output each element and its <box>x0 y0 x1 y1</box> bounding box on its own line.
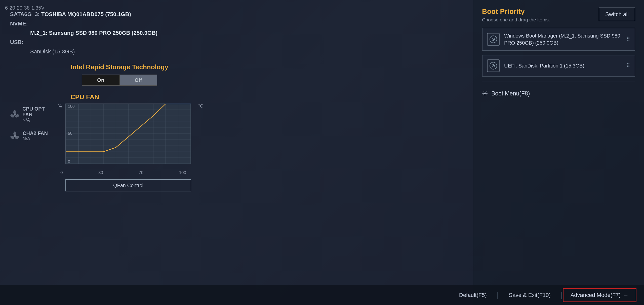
rst-off-button[interactable]: Off <box>119 75 157 86</box>
cpu-opt-fan-icon <box>10 110 19 119</box>
boot-item-1-text: Windows Boot Manager (M.2_1: Samsung SSD… <box>504 32 622 46</box>
cpu-opt-fan-item: CPU OPT FAN N/A <box>10 106 55 123</box>
usb-value-line: SanDisk (15.3GB) <box>10 47 229 56</box>
separator-2: | <box>561 291 563 299</box>
cha2-fan-icon <box>10 131 20 141</box>
nvme-value-line: M.2_1: Samsung SSD 980 PRO 250GB (250.0G… <box>10 29 229 37</box>
boot-item-1-icon <box>487 33 500 46</box>
usb-line: USB: <box>10 38 229 46</box>
bottom-bar: Default(F5) | Save & Exit(F10) | Advance… <box>0 285 644 305</box>
save-exit-button[interactable]: Save & Exit(F10) <box>499 292 561 298</box>
fan-labels: CPU OPT FAN N/A CHA2 FAN <box>10 104 60 149</box>
storage-info: SATA6G_3: TOSHIBA MQ01ABD075 (750.1GB) N… <box>10 10 229 56</box>
intel-rst-title: Intel Rapid Storage Technology <box>10 63 229 71</box>
default-button[interactable]: Default(F5) <box>449 292 497 298</box>
boot-priority-info: Boot Priority Choose one and drag the it… <box>482 8 550 23</box>
cpu-fan-chart: % °C <box>65 104 196 169</box>
snowflake-icon: ✳ <box>482 89 488 98</box>
boot-item-2-icon <box>487 59 500 72</box>
boot-menu-button[interactable]: ✳ Boot Menu(F8) <box>482 87 635 100</box>
boot-priority-header: Boot Priority Choose one and drag the it… <box>482 8 635 23</box>
boot-item-1[interactable]: Windows Boot Manager (M.2_1: Samsung SSD… <box>482 28 635 51</box>
nvme-line: NVME: <box>10 19 229 28</box>
boot-priority-title: Boot Priority <box>482 8 550 16</box>
advanced-mode-button[interactable]: Advanced Mode(F7) → <box>563 288 636 302</box>
disk-icon-1 <box>489 35 498 44</box>
boot-item-2-dots: ⠿ <box>626 62 630 69</box>
svg-point-37 <box>493 65 494 66</box>
boot-priority-subtitle: Choose one and drag the items. <box>482 17 550 23</box>
svg-text:100: 100 <box>68 104 75 109</box>
chart-x-labels: 0 30 70 100 <box>60 169 186 175</box>
svg-point-5 <box>13 131 16 136</box>
boot-divider <box>482 82 635 82</box>
qfan-control-button[interactable]: QFan Control <box>65 179 191 191</box>
boot-item-1-dots: ⠿ <box>626 36 630 43</box>
sata-line: SATA6G_3: TOSHIBA MQ01ABD075 (750.1GB) <box>10 10 229 18</box>
rst-on-button[interactable]: On <box>82 75 119 86</box>
disk-icon-2 <box>489 61 498 70</box>
switch-all-button[interactable]: Switch all <box>599 8 635 21</box>
svg-text:0: 0 <box>68 160 70 164</box>
svg-point-1 <box>13 110 16 114</box>
rst-toggle[interactable]: On Off <box>82 75 157 86</box>
boot-item-2[interactable]: UEFI: SanDisk, Partition 1 (15.3GB) ⠿ <box>482 55 635 77</box>
svg-point-34 <box>493 39 494 40</box>
cha2-fan-item: CHA2 FAN N/A <box>10 130 55 142</box>
boot-item-2-text: UEFI: SanDisk, Partition 1 (15.3GB) <box>504 62 622 69</box>
separator-1: | <box>497 291 499 299</box>
intel-rst-section: Intel Rapid Storage Technology On Off <box>10 63 229 86</box>
left-panel: SATA6G_3: TOSHIBA MQ01ABD075 (750.1GB) N… <box>0 0 239 305</box>
fan-chart-area: CPU OPT FAN N/A CHA2 FAN <box>10 104 229 191</box>
cpu-fan-title: CPU FAN <box>10 93 229 101</box>
svg-text:50: 50 <box>68 131 72 135</box>
right-panel: Boot Priority Choose one and drag the it… <box>473 0 644 305</box>
fan-section: CPU FAN CPU OPT FAN N/A <box>10 93 229 191</box>
fan-chart-svg: 100 50 0 <box>65 104 191 164</box>
